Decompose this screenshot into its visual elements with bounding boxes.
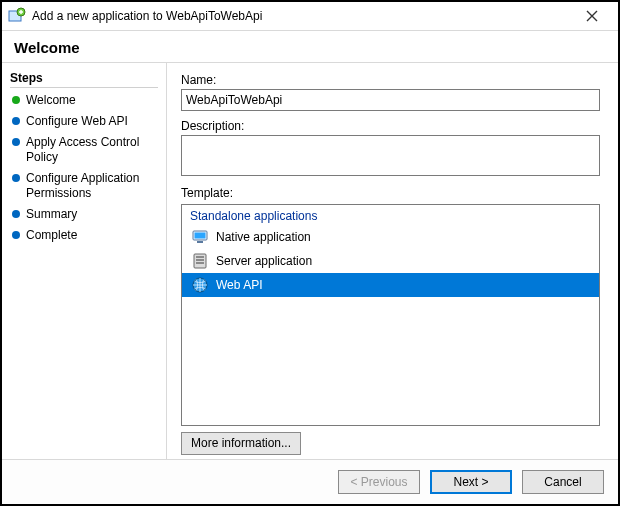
- step-bullet-icon: [12, 174, 20, 182]
- step-bullet-icon: [12, 231, 20, 239]
- step-label: Summary: [26, 207, 77, 222]
- page-header: Welcome: [2, 31, 618, 62]
- step-bullet-icon: [12, 117, 20, 125]
- monitor-icon: [190, 227, 210, 247]
- page-title: Welcome: [14, 39, 606, 56]
- app-icon: [8, 7, 26, 25]
- template-server-application[interactable]: Server application: [182, 249, 599, 273]
- name-input[interactable]: [181, 89, 600, 110]
- step-summary[interactable]: Summary: [10, 204, 158, 225]
- template-label: Web API: [216, 278, 262, 292]
- template-label: Template:: [181, 186, 600, 200]
- previous-button: < Previous: [338, 470, 420, 494]
- description-input[interactable]: [181, 135, 600, 176]
- step-apply-access-control-policy[interactable]: Apply Access Control Policy: [10, 132, 158, 168]
- step-configure-application-permissions[interactable]: Configure Application Permissions: [10, 168, 158, 204]
- svg-rect-6: [196, 256, 204, 258]
- step-welcome[interactable]: Welcome: [10, 90, 158, 111]
- step-label: Welcome: [26, 93, 76, 108]
- steps-heading: Steps: [10, 71, 158, 88]
- svg-rect-7: [196, 259, 204, 261]
- svg-rect-3: [195, 232, 206, 238]
- step-bullet-icon: [12, 210, 20, 218]
- svg-rect-4: [197, 241, 203, 243]
- step-bullet-icon: [12, 138, 20, 146]
- steps-sidebar: Steps Welcome Configure Web API Apply Ac…: [2, 63, 167, 459]
- step-label: Apply Access Control Policy: [26, 135, 158, 165]
- main-panel: Name: Description: Template: Standalone …: [167, 63, 618, 459]
- title-bar: Add a new application to WebApiToWebApi: [2, 2, 618, 31]
- template-list[interactable]: Standalone applications Native applicati…: [181, 204, 600, 426]
- dialog-footer: < Previous Next > Cancel: [2, 459, 618, 504]
- template-group-header: Standalone applications: [182, 205, 599, 225]
- step-configure-web-api[interactable]: Configure Web API: [10, 111, 158, 132]
- step-bullet-icon: [12, 96, 20, 104]
- template-label: Server application: [216, 254, 312, 268]
- dialog-body: Steps Welcome Configure Web API Apply Ac…: [2, 62, 618, 459]
- svg-rect-8: [196, 262, 204, 264]
- close-button[interactable]: [572, 2, 612, 30]
- next-button[interactable]: Next >: [430, 470, 512, 494]
- description-label: Description:: [181, 119, 600, 133]
- name-label: Name:: [181, 73, 600, 87]
- step-complete[interactable]: Complete: [10, 225, 158, 246]
- step-label: Configure Application Permissions: [26, 171, 158, 201]
- globe-icon: [190, 275, 210, 295]
- template-label: Native application: [216, 230, 311, 244]
- template-web-api[interactable]: Web API: [182, 273, 599, 297]
- step-label: Complete: [26, 228, 77, 243]
- dialog-title: Add a new application to WebApiToWebApi: [32, 9, 262, 23]
- dialog-window: Add a new application to WebApiToWebApi …: [0, 0, 620, 506]
- step-label: Configure Web API: [26, 114, 128, 129]
- template-native-application[interactable]: Native application: [182, 225, 599, 249]
- cancel-button[interactable]: Cancel: [522, 470, 604, 494]
- more-information-button[interactable]: More information...: [181, 432, 301, 455]
- server-icon: [190, 251, 210, 271]
